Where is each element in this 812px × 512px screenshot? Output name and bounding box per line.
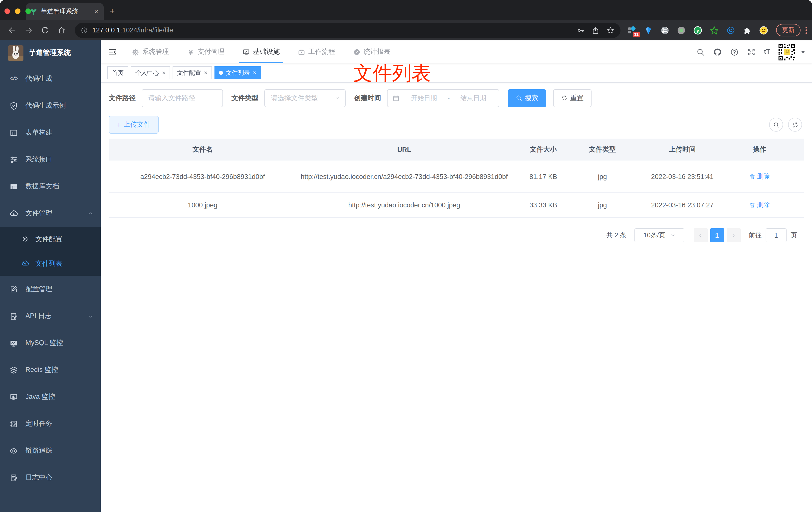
new-tab-button[interactable]: +: [110, 6, 115, 17]
sidebar-item-db-doc[interactable]: 数据库文档: [0, 173, 101, 200]
sidebar-item-label: MySQL 监控: [25, 338, 63, 348]
ext-balloon-icon[interactable]: [644, 26, 653, 35]
tag-profile[interactable]: 个人中心×: [131, 66, 170, 79]
sidebar-item-config-management[interactable]: 配置管理: [0, 276, 101, 303]
monitor-bars-icon: [9, 393, 18, 401]
delete-label: 删除: [757, 172, 770, 181]
file-path-label: 文件路径: [109, 93, 136, 102]
column-header-url: URL: [296, 144, 512, 155]
calendar-icon: [393, 94, 400, 101]
top-nav-infrastructure[interactable]: 基础设施: [236, 40, 286, 63]
reload-icon[interactable]: [41, 26, 49, 34]
sidebar-logo[interactable]: 芋道管理系统: [0, 40, 101, 65]
goto-page-input[interactable]: [765, 228, 787, 242]
ext-blue-eye-icon[interactable]: [726, 26, 735, 35]
address-bar[interactable]: 127.0.0.1:1024/infra/file/file: [75, 23, 620, 38]
site-info-icon[interactable]: [81, 27, 88, 34]
browser-window: 芋道管理系统 × + 127.0.0.1:1024/infra/file/fil…: [0, 0, 812, 512]
top-nav-system[interactable]: 系统管理: [125, 40, 176, 63]
forward-icon[interactable]: [24, 26, 33, 34]
file-type-placeholder: 请选择文件类型: [271, 93, 335, 102]
column-header-uploadtime: 上传时间: [630, 145, 734, 154]
sidebar-item-system-api[interactable]: 系统接口: [0, 146, 101, 173]
delete-button[interactable]: 删除: [749, 172, 770, 181]
fullscreen-icon[interactable]: [747, 48, 755, 56]
sidebar-item-api-log[interactable]: API 日志: [0, 303, 101, 330]
chrome-menu-icon[interactable]: [805, 26, 808, 35]
sidebar-item-tracing[interactable]: 链路追踪: [0, 437, 101, 464]
sidebar-item-code-demo[interactable]: 代码生成示例: [0, 92, 101, 119]
page-unit-label: 页: [790, 231, 797, 240]
tag-close-icon[interactable]: ×: [204, 69, 207, 76]
file-path-input[interactable]: [142, 89, 223, 107]
github-icon[interactable]: [713, 48, 722, 56]
minimize-window-button[interactable]: [15, 8, 21, 14]
ext-y-circle-icon[interactable]: y: [693, 26, 702, 35]
bookmark-star-icon[interactable]: [607, 26, 614, 34]
sidebar-item-code-generation[interactable]: </> 代码生成: [0, 65, 101, 92]
back-icon[interactable]: [8, 26, 17, 34]
file-type-select[interactable]: 请选择文件类型: [264, 89, 346, 107]
sidebar-item-redis-monitor[interactable]: Redis 监控: [0, 357, 101, 383]
prev-page-button[interactable]: [694, 228, 707, 242]
end-date-placeholder[interactable]: 结束日期: [453, 93, 494, 102]
share-icon[interactable]: [591, 26, 600, 34]
ext-green-star-icon[interactable]: [710, 26, 719, 35]
url-text: 127.0.0.1:1024/infra/file/file: [92, 26, 173, 34]
sidebar-item-file-list[interactable]: 文件列表: [0, 251, 101, 276]
top-nav-payment[interactable]: ¥ 支付管理: [180, 40, 231, 63]
help-icon[interactable]: [730, 48, 738, 56]
browser-tab[interactable]: 芋道管理系统 ×: [26, 3, 104, 20]
close-window-button[interactable]: [4, 8, 10, 14]
red-annotation-text: 文件列表: [353, 60, 431, 87]
sidebar-item-scheduled-tasks[interactable]: 定时任务: [0, 410, 101, 437]
ext-grid-diamond-icon[interactable]: 11: [628, 26, 636, 35]
tag-close-icon[interactable]: ×: [162, 69, 166, 76]
tag-file-list[interactable]: 文件列表×: [214, 66, 261, 79]
monitor-chart-icon: [9, 339, 18, 347]
search-button[interactable]: 搜索: [508, 89, 546, 107]
sidebar-item-mysql-monitor[interactable]: MySQL 监控: [0, 330, 101, 357]
sidebar-item-form-builder[interactable]: 表单构建: [0, 119, 101, 146]
date-range-picker[interactable]: 开始日期 - 结束日期: [387, 89, 499, 107]
sidebar-item-file-management[interactable]: 文件管理: [0, 200, 101, 227]
avatar-caret-down-icon[interactable]: [801, 51, 805, 53]
search-icon[interactable]: [696, 48, 704, 56]
sidebar-item-java-monitor[interactable]: Java 监控: [0, 383, 101, 410]
form-grid-icon: [9, 128, 18, 137]
next-page-button[interactable]: [726, 228, 741, 242]
tag-file-config[interactable]: 文件配置×: [173, 66, 212, 79]
font-size-icon[interactable]: tT: [764, 48, 770, 56]
table-row: a294ecb2-73dd-4353-bf40-296b8931d0bf htt…: [109, 160, 804, 193]
tab-close-icon[interactable]: ×: [93, 7, 100, 16]
tag-close-icon[interactable]: ×: [253, 69, 256, 76]
start-date-placeholder[interactable]: 开始日期: [404, 93, 445, 102]
sidebar-item-log-center[interactable]: 日志中心: [0, 464, 101, 491]
top-nav-workflow[interactable]: 工作流程: [291, 40, 342, 63]
avatar[interactable]: [778, 42, 796, 61]
page-number-current[interactable]: 1: [710, 228, 724, 242]
tags-view-bar: 首页 个人中心× 文件配置× 文件列表×: [101, 63, 812, 83]
zoom-window-button[interactable]: [25, 8, 31, 14]
reset-button[interactable]: 重置: [553, 89, 591, 107]
chrome-update-button[interactable]: 更新: [776, 24, 801, 36]
ext-command-icon[interactable]: [660, 26, 669, 35]
sidebar-item-label: Redis 监控: [25, 365, 58, 374]
page-size-select[interactable]: 10条/页: [634, 228, 684, 242]
password-key-icon[interactable]: [577, 26, 585, 34]
refresh-table-button[interactable]: [788, 118, 802, 131]
delete-button[interactable]: 删除: [749, 201, 770, 210]
upload-file-button[interactable]: + 上传文件: [109, 116, 158, 133]
toggle-search-button[interactable]: [769, 118, 783, 131]
sidebar-toggle-icon[interactable]: [108, 47, 117, 57]
tag-home[interactable]: 首页: [107, 66, 128, 79]
ext-gray-green-circle-icon[interactable]: [677, 26, 686, 35]
sidebar-item-file-config[interactable]: 文件配置: [0, 227, 101, 251]
home-icon[interactable]: [57, 26, 66, 34]
sidebar-title: 芋道管理系统: [29, 48, 71, 57]
ext-puzzle-icon[interactable]: [743, 26, 752, 35]
gear-icon: [132, 48, 139, 56]
chevron-down-icon: [88, 313, 93, 319]
logo-rabbit-image: [8, 45, 24, 61]
ext-emoji-icon[interactable]: [759, 26, 768, 35]
